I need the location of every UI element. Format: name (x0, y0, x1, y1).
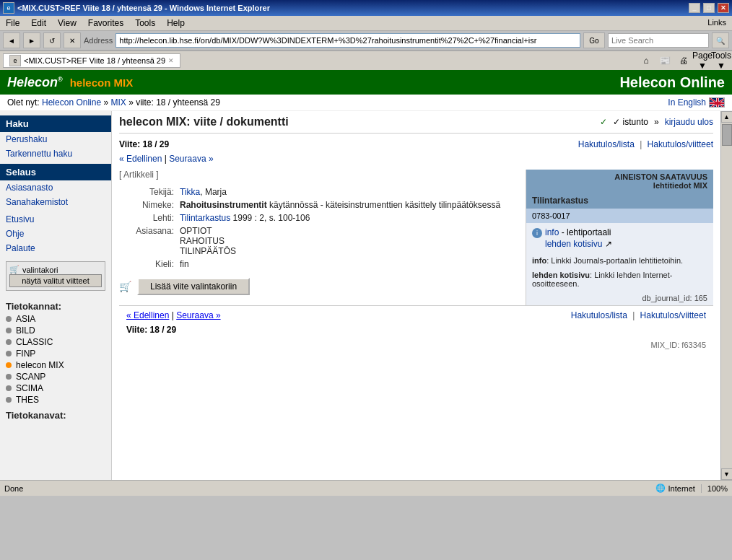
minimize-button[interactable]: _ (689, 3, 700, 13)
sidebar: Haku Perushaku Tarkennettu haku Selaus A… (0, 111, 112, 480)
menu-favorites[interactable]: Favorites (85, 17, 126, 29)
breadcrumb-helecon-link[interactable]: Helecon Online (42, 97, 101, 108)
sidebar-item-etusivu[interactable]: Etusivu (0, 212, 111, 227)
page-menu-button[interactable]: Page ▼ (694, 53, 710, 69)
table-row-asiasana: Asiasana: OPTIOT RAHOITUS TILINPÄÄTÖS (119, 224, 518, 258)
tab-tools: ⌂ 📰 🖨 Page ▼ Tools ▼ (638, 53, 729, 69)
db-item-bild[interactable]: BILD (0, 325, 111, 336)
search-input[interactable] (608, 33, 709, 48)
bottom-next-link[interactable]: Seuraava » (176, 310, 220, 320)
scrollbar[interactable]: ▲ ▼ (720, 111, 732, 480)
db-item-scima[interactable]: SCIMA (0, 382, 111, 394)
menu-bar: File Edit View Favorites Tools Help Link… (0, 16, 732, 31)
in-english-link[interactable]: In English (668, 97, 725, 108)
db-dot-scima (6, 385, 12, 391)
breadcrumb-bar: Olet nyt: Helecon Online » MIX » viite: … (0, 95, 732, 111)
kotisivu-text: lehden kotisivu: Linkki lehden Internet-… (526, 268, 713, 291)
db-item-classic[interactable]: CLASSIC (0, 336, 111, 348)
sidebar-item-perushaku[interactable]: Perushaku (0, 132, 111, 146)
nimeke-bold: Rahoitusinstrumentit (180, 200, 267, 210)
db-item-asia[interactable]: ASIA (0, 313, 111, 325)
bottom-prev-link[interactable]: « Edellinen (126, 310, 169, 320)
status-zone: 🌐 Internet (655, 484, 695, 493)
lehti-link[interactable]: Tilintarkastus (180, 213, 230, 223)
logout-link[interactable]: kirjaudu ulos (665, 117, 713, 127)
window-titlebar: e <MIX.CUST>REF Viite 18 / yhteensä 29 -… (0, 0, 732, 16)
status-text: Done (4, 484, 650, 493)
window-icon: e (3, 2, 14, 14)
lehti-value: Tilintarkastus 1999 : 2, s. 100-106 (177, 211, 518, 224)
page-title: helecon MIX: viite / dokumentti (119, 115, 289, 128)
stop-button[interactable]: ✕ (64, 32, 81, 48)
scroll-thumb[interactable] (722, 124, 732, 146)
info-row: i info - lehtiportaali lehden kotisivu ↗ (526, 223, 713, 253)
sidebar-item-tarkennettu[interactable]: Tarkennettu haku (0, 146, 111, 161)
next-link[interactable]: Seuraava » (169, 154, 213, 164)
lehti-label: Lehti: (119, 211, 177, 224)
menu-tools[interactable]: Tools (132, 17, 158, 29)
content-wrapper: Haku Perushaku Tarkennettu haku Selaus A… (0, 111, 732, 480)
table-row-lehti: Lehti: Tilintarkastus 1999 : 2, s. 100-1… (119, 211, 518, 224)
go-button[interactable]: Go (583, 32, 605, 48)
table-row-kieli: Kieli: fin (119, 258, 518, 271)
menu-file[interactable]: File (3, 17, 22, 29)
feeds-icon[interactable]: 📰 (657, 53, 673, 69)
info-text: info: Linkki Journals-portaalin lehtitie… (526, 253, 713, 268)
print-icon[interactable]: 🖨 (676, 53, 692, 69)
nayta-viitteet-button[interactable]: näytä valitut viitteet (9, 274, 102, 287)
maximize-button[interactable]: □ (703, 3, 715, 13)
kotisivu-link[interactable]: lehden kotisivu (545, 239, 602, 249)
bottom-hakutulos-viitteet[interactable]: Hakutulos/viitteet (640, 310, 706, 320)
db-item-scanp[interactable]: SCANP (0, 371, 111, 382)
viite-count: Viite: 18 / 29 (119, 139, 169, 149)
sidebar-item-ohje[interactable]: Ohje (0, 227, 111, 241)
forward-button[interactable]: ► (23, 32, 40, 48)
table-row-nimeke: Nimeke: Rahoitusinstrumentit käytännössä… (119, 198, 518, 211)
sidebar-item-palaute[interactable]: Palaute (0, 241, 111, 255)
db-item-finp[interactable]: FINP (0, 348, 111, 359)
breadcrumb-mix-link[interactable]: MIX (110, 97, 126, 108)
info-link[interactable]: info (545, 227, 559, 237)
sidebar-item-asiasanasto[interactable]: Asiasanasto (0, 180, 111, 195)
address-label: Address (84, 36, 113, 45)
hakutulos-lista-link[interactable]: Hakutulos/lista (578, 139, 635, 149)
hakutulos-viitteet-link[interactable]: Hakutulos/viitteet (648, 139, 713, 149)
scroll-up-button[interactable]: ▲ (721, 111, 733, 123)
menu-view[interactable]: View (55, 17, 79, 29)
tekija-link[interactable]: Tikka (180, 187, 200, 197)
refresh-button[interactable]: ↺ (43, 32, 61, 48)
breadcrumb: Olet nyt: Helecon Online » MIX » viite: … (7, 97, 220, 108)
tab-bar: e <MIX.CUST>REF Viite 18 / yhteensä 29 ✕… (0, 51, 732, 70)
add-to-cart-button[interactable]: Lisää viite valintakoriin (137, 278, 250, 295)
db-item-thes[interactable]: THES (0, 394, 111, 406)
address-input[interactable] (116, 33, 580, 48)
menu-edit[interactable]: Edit (28, 17, 49, 29)
globe-icon: 🌐 (655, 484, 666, 493)
browser-tab[interactable]: e <MIX.CUST>REF Viite 18 / yhteensä 29 ✕ (3, 53, 180, 68)
database-list: ASIA BILD CLASSIC FINP helecon MIX (0, 313, 111, 406)
availability-panel: AINEISTON SAATAVUUS lehtitiedot MIX Tili… (526, 170, 713, 305)
prev-link[interactable]: « Edellinen (119, 154, 162, 164)
bottom-hakutulos-lista[interactable]: Hakutulos/lista (571, 310, 627, 320)
prev-next-nav: « Edellinen | Seuraava » (119, 154, 713, 164)
db-item-helecon-mix[interactable]: helecon MIX (0, 359, 111, 371)
links-button[interactable]: Links (705, 17, 729, 29)
back-button[interactable]: ◄ (3, 32, 20, 48)
main-content: helecon MIX: viite / dokumentti ✓ ✓ istu… (112, 111, 720, 480)
close-button[interactable]: ✕ (718, 3, 729, 13)
nimeke-label: Nimeke: (119, 198, 177, 211)
menu-help[interactable]: Help (164, 17, 188, 29)
kieli-label: Kieli: (119, 258, 177, 271)
scroll-down-button[interactable]: ▼ (721, 468, 733, 480)
tekija-value: Tikka, Marja (177, 185, 518, 198)
session-label: ✓ istunto (613, 117, 648, 127)
tools-menu-button[interactable]: Tools ▼ (713, 53, 729, 69)
journal-code-row: 0783-0017 (526, 209, 713, 223)
search-button[interactable]: 🔍 (712, 32, 729, 48)
home-icon[interactable]: ⌂ (638, 53, 654, 69)
mix-id: MIX_ID: f63345 (119, 339, 713, 351)
sidebar-item-sanahakemistot[interactable]: Sanahakemistot (0, 195, 111, 209)
session-bar: ✓ ✓ istunto » kirjaudu ulos (600, 117, 713, 127)
online-label: Helecon Online (619, 74, 725, 91)
tab-close-icon[interactable]: ✕ (168, 57, 174, 64)
